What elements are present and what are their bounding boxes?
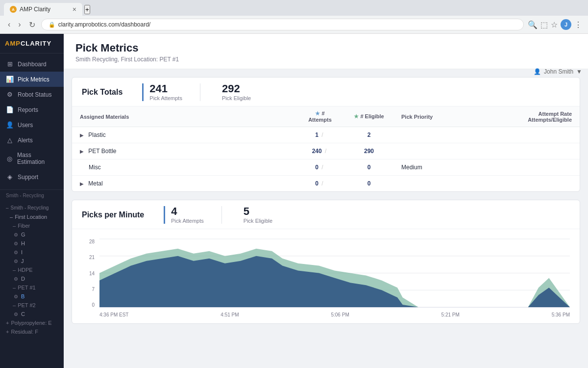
expand-plastic[interactable]: ▶: [80, 132, 84, 138]
plus-icon-poly: +: [6, 320, 9, 326]
material-metal: ▶ Metal: [72, 176, 295, 192]
table-row: ▶ Metal 0 / 0: [72, 176, 580, 192]
content-area: Pick Totals 241 Pick Attempts 292 Pick E…: [64, 69, 588, 332]
tree-leaf-B[interactable]: ⚙B: [0, 292, 64, 301]
sidebar-item-mass-estimation[interactable]: ◎ Mass Estimation: [0, 148, 64, 169]
page-header: Pick Metrics Smith Recycling, First Loca…: [64, 34, 588, 69]
tree-pet2[interactable]: – PET #2: [0, 301, 64, 310]
tree-hdpe[interactable]: – HDPE: [0, 265, 64, 274]
priority-misc: Medium: [393, 159, 491, 176]
menu-icon[interactable]: ⋮: [574, 20, 582, 29]
page-subtitle: Smith Recycling, First Location: PET #1: [75, 56, 576, 63]
material-misc: Misc: [72, 159, 295, 176]
y-label-14: 14: [89, 271, 95, 276]
priority-plastic: [393, 127, 491, 143]
tree-leaf-H[interactable]: ⚙H: [0, 239, 64, 248]
sidebar-item-dashboard[interactable]: ⊞ Dashboard: [0, 56, 64, 72]
forward-button[interactable]: ›: [16, 19, 23, 30]
tree-add-residual[interactable]: + Residual: F: [0, 327, 64, 336]
user-dropdown-icon: ▼: [576, 68, 582, 75]
ppm-attempts-stat: 4 Pick Attempts: [164, 206, 204, 224]
back-button[interactable]: ‹: [6, 19, 12, 30]
sidebar-logo: AMPCLARITY: [0, 34, 64, 53]
reports-icon: 📄: [6, 106, 14, 113]
bookmark-icon[interactable]: ☆: [551, 20, 558, 29]
col-header-priority: Pick Priority: [393, 106, 491, 127]
active-tab[interactable]: A AMP Clarity ×: [4, 3, 82, 16]
sidebar-nav: ⊞ Dashboard 📊 Pick Metrics ⚙ Robot Statu…: [0, 53, 64, 187]
x-label-2: 5:06 PM: [331, 312, 349, 317]
chart-area: 28 21 14 7 0: [72, 229, 580, 323]
expand-pet-bottle[interactable]: ▶: [80, 149, 84, 154]
eligible-label: Pick Eligible: [222, 95, 251, 101]
picks-per-minute-title: Picks per Minute: [82, 210, 144, 219]
robot-icon-G: ⚙: [14, 232, 18, 237]
address-bar: ‹ › ↻ 🔒 clarity.amprobotics.com/dashboar…: [0, 16, 588, 33]
location-collapse-icon: –: [10, 214, 13, 220]
extensions-icon[interactable]: ⬚: [540, 20, 548, 29]
pick-metrics-icon: 📊: [6, 76, 14, 83]
pick-totals-title: Pick Totals: [82, 88, 122, 97]
tree-leaf-D[interactable]: ⚙D: [0, 274, 64, 283]
user-name: John Smith: [544, 68, 573, 75]
robot-icon-B: ⚙: [14, 294, 18, 299]
picks-per-minute-card: Picks per Minute 4 Pick Attempts 5 Pick …: [72, 200, 580, 324]
sidebar-company-label: Smith - Recycling: [0, 189, 64, 201]
chart-svg: [99, 239, 570, 307]
attempts-value: 241: [149, 83, 182, 94]
user-menu[interactable]: 👤 John Smith ▼: [534, 68, 582, 75]
material-pet-bottle: ▶ PET Bottle: [72, 143, 295, 159]
tree-leaf-C[interactable]: ⚙C: [0, 310, 64, 318]
tree-pet1[interactable]: – PET #1: [0, 283, 64, 292]
expand-metal[interactable]: ▶: [80, 181, 84, 186]
plus-icon-residual: +: [6, 329, 9, 335]
x-label-3: 5:21 PM: [441, 312, 460, 317]
logo: AMPCLARITY: [5, 40, 51, 47]
new-tab-button[interactable]: +: [84, 5, 90, 14]
chart-x-axis: 4:36 PM EST 4:51 PM 5:06 PM 5:21 PM 5:36…: [99, 312, 570, 317]
x-label-0: 4:36 PM EST: [99, 312, 128, 317]
pick-totals-header: Pick Totals 241 Pick Attempts 292 Pick E…: [72, 78, 580, 106]
y-label-7: 7: [92, 287, 95, 292]
table-row: ▶ PET Bottle 240 / 290: [72, 143, 580, 159]
lock-icon: 🔒: [49, 22, 55, 28]
table-row: ▶ Plastic 1 / 2: [72, 127, 580, 143]
y-label-0: 0: [92, 302, 95, 308]
sidebar-label-users: Users: [18, 122, 33, 129]
tab-title: AMP Clarity: [20, 6, 50, 13]
tree-company[interactable]: – Smith - Recycling: [0, 203, 64, 212]
sidebar-item-alerts[interactable]: △ Alerts: [0, 132, 64, 148]
robot-icon-C: ⚙: [14, 312, 18, 317]
sidebar-item-pick-metrics[interactable]: 📊 Pick Metrics: [0, 72, 64, 87]
sidebar-label-dashboard: Dashboard: [18, 61, 47, 68]
sidebar-label-alerts: Alerts: [18, 137, 33, 144]
sidebar: AMPCLARITY ⊞ Dashboard 📊 Pick Metrics ⚙ …: [0, 34, 64, 368]
location-name: First Location: [15, 214, 47, 220]
dashboard-icon: ⊞: [6, 60, 14, 68]
tree-location[interactable]: – First Location: [0, 212, 64, 221]
sidebar-label-reports: Reports: [18, 106, 38, 113]
tree-fiber[interactable]: – Fiber: [0, 221, 64, 230]
sidebar-item-robot-status[interactable]: ⚙ Robot Status: [0, 87, 64, 102]
sidebar-label-mass-estimation: Mass Estimation: [17, 152, 58, 165]
tree-leaf-G[interactable]: ⚙G: [0, 230, 64, 239]
browser-user-avatar[interactable]: J: [561, 19, 571, 30]
reload-button[interactable]: ↻: [27, 19, 37, 30]
search-icon[interactable]: 🔍: [528, 20, 538, 29]
tree-add-polypropylene[interactable]: + Polypropylene: E: [0, 318, 64, 327]
url-bar[interactable]: 🔒 clarity.amprobotics.com/dashboard/: [41, 19, 524, 30]
material-plastic: ▶ Plastic: [72, 127, 295, 143]
tree-leaf-J[interactable]: ⚙J: [0, 257, 64, 265]
sidebar-item-users[interactable]: 👤 Users: [0, 117, 64, 132]
table-row: Misc 0 / 0 Medium: [72, 159, 580, 176]
page-title: Pick Metrics: [75, 42, 576, 54]
sidebar-item-support[interactable]: ◈ Support: [0, 169, 64, 184]
col-header-eligible: ★ # Eligible: [344, 106, 393, 127]
url-text: clarity.amprobotics.com/dashboard/: [58, 21, 151, 28]
tree-leaf-I[interactable]: ⚙I: [0, 248, 64, 257]
ppm-attempts-value: 4: [171, 206, 204, 217]
col-header-attempts: ★ # Attempts: [295, 106, 344, 127]
x-label-1: 4:51 PM: [220, 312, 239, 317]
sidebar-item-reports[interactable]: 📄 Reports: [0, 102, 64, 117]
close-tab-button[interactable]: ×: [73, 6, 76, 13]
